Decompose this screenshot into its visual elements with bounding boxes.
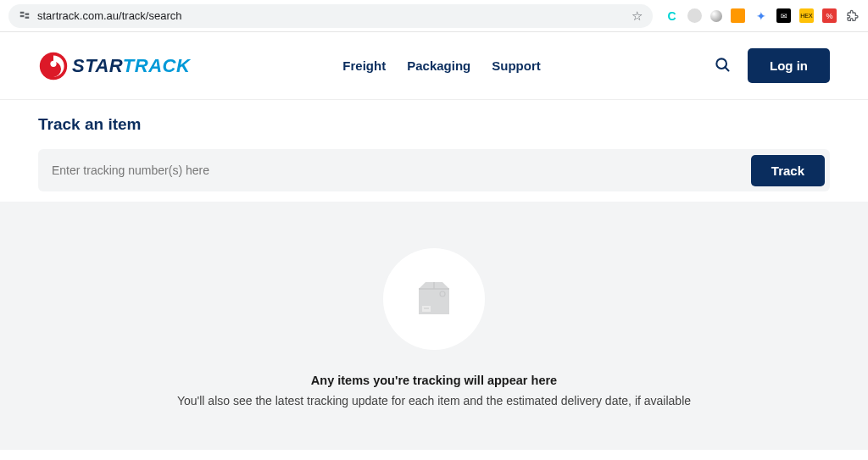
empty-state-icon (383, 248, 485, 350)
svg-rect-2 (25, 14, 29, 14)
track-button[interactable]: Track (751, 155, 825, 186)
site-settings-icon[interactable] (19, 10, 31, 22)
logo-text: STARTRACK (72, 55, 190, 77)
extension-icon-1[interactable]: C (665, 8, 679, 23)
empty-subtext: You'll also see the latest tracking upda… (0, 394, 868, 407)
svg-rect-1 (20, 15, 24, 16)
empty-state: Any items you're tracking will appear he… (0, 202, 868, 450)
site-header: STARTRACK Freight Packaging Support Log … (0, 32, 868, 100)
tracking-input[interactable] (52, 163, 751, 177)
svg-point-5 (50, 60, 56, 66)
nav-support[interactable]: Support (492, 58, 541, 73)
header-right: Log in (714, 48, 830, 83)
nav-packaging[interactable]: Packaging (407, 58, 470, 73)
svg-line-7 (725, 67, 728, 70)
extensions-menu-icon[interactable] (845, 8, 860, 23)
empty-heading: Any items you're tracking will appear he… (0, 374, 868, 387)
bookmark-star-icon[interactable]: ☆ (632, 8, 643, 24)
main-content: Track an item Track (0, 100, 868, 191)
logo-icon (38, 51, 69, 81)
login-button[interactable]: Log in (748, 48, 830, 83)
browser-bar: startrack.com.au/track/search ☆ C ✦ ✉ HE… (0, 0, 868, 32)
extension-icon-7[interactable]: HEX (799, 8, 814, 23)
extension-icon-4[interactable] (731, 8, 745, 23)
main-nav: Freight Packaging Support (342, 58, 540, 73)
tracking-search-row: Track (38, 149, 830, 191)
extension-icon-3[interactable] (710, 10, 722, 22)
search-icon[interactable] (714, 56, 731, 76)
extensions-tray: C ✦ ✉ HEX % (665, 8, 860, 23)
logo[interactable]: STARTRACK (38, 51, 190, 81)
extension-icon-2[interactable] (687, 8, 702, 23)
extension-icon-8[interactable]: % (822, 8, 837, 23)
url-text: startrack.com.au/track/search (37, 9, 632, 22)
svg-rect-0 (20, 12, 24, 13)
nav-freight[interactable]: Freight (342, 58, 386, 73)
extension-icon-6[interactable]: ✉ (776, 8, 791, 23)
page-title: Track an item (38, 115, 830, 134)
url-bar[interactable]: startrack.com.au/track/search ☆ (8, 4, 653, 28)
extension-icon-5[interactable]: ✦ (754, 8, 768, 23)
svg-rect-3 (25, 17, 29, 18)
